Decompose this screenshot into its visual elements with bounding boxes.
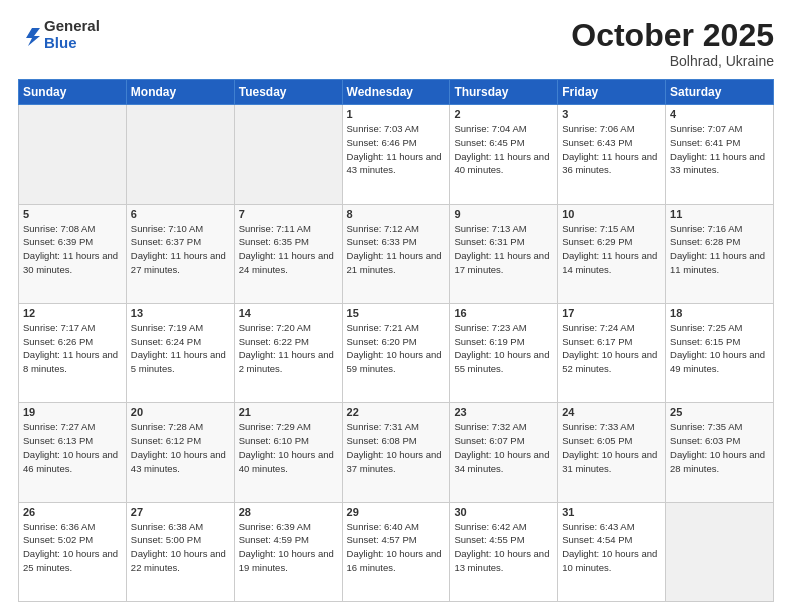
day-info: Sunrise: 7:10 AM Sunset: 6:37 PM Dayligh…	[131, 222, 230, 277]
day-info: Sunrise: 7:20 AM Sunset: 6:22 PM Dayligh…	[239, 321, 338, 376]
calendar-cell: 4Sunrise: 7:07 AM Sunset: 6:41 PM Daylig…	[666, 105, 774, 204]
logo-blue: Blue	[44, 35, 100, 52]
weekday-header-row: SundayMondayTuesdayWednesdayThursdayFrid…	[19, 80, 774, 105]
day-number: 27	[131, 506, 230, 518]
month-title: October 2025	[571, 18, 774, 53]
weekday-header-friday: Friday	[558, 80, 666, 105]
day-number: 28	[239, 506, 338, 518]
calendar-week-1: 1Sunrise: 7:03 AM Sunset: 6:46 PM Daylig…	[19, 105, 774, 204]
day-number: 2	[454, 108, 553, 120]
day-info: Sunrise: 7:21 AM Sunset: 6:20 PM Dayligh…	[347, 321, 446, 376]
day-number: 14	[239, 307, 338, 319]
calendar-cell	[234, 105, 342, 204]
day-info: Sunrise: 6:39 AM Sunset: 4:59 PM Dayligh…	[239, 520, 338, 575]
calendar-cell: 6Sunrise: 7:10 AM Sunset: 6:37 PM Daylig…	[126, 204, 234, 303]
calendar-cell: 24Sunrise: 7:33 AM Sunset: 6:05 PM Dayli…	[558, 403, 666, 502]
weekday-header-tuesday: Tuesday	[234, 80, 342, 105]
weekday-header-wednesday: Wednesday	[342, 80, 450, 105]
day-number: 11	[670, 208, 769, 220]
day-number: 7	[239, 208, 338, 220]
title-block: October 2025 Bolhrad, Ukraine	[571, 18, 774, 69]
day-info: Sunrise: 6:43 AM Sunset: 4:54 PM Dayligh…	[562, 520, 661, 575]
day-number: 19	[23, 406, 122, 418]
day-number: 4	[670, 108, 769, 120]
day-info: Sunrise: 6:36 AM Sunset: 5:02 PM Dayligh…	[23, 520, 122, 575]
calendar-cell: 2Sunrise: 7:04 AM Sunset: 6:45 PM Daylig…	[450, 105, 558, 204]
calendar-cell: 12Sunrise: 7:17 AM Sunset: 6:26 PM Dayli…	[19, 303, 127, 402]
day-number: 18	[670, 307, 769, 319]
calendar-cell: 1Sunrise: 7:03 AM Sunset: 6:46 PM Daylig…	[342, 105, 450, 204]
day-number: 1	[347, 108, 446, 120]
calendar-cell	[126, 105, 234, 204]
calendar-cell	[666, 502, 774, 601]
calendar-cell: 5Sunrise: 7:08 AM Sunset: 6:39 PM Daylig…	[19, 204, 127, 303]
day-info: Sunrise: 6:40 AM Sunset: 4:57 PM Dayligh…	[347, 520, 446, 575]
calendar-body: 1Sunrise: 7:03 AM Sunset: 6:46 PM Daylig…	[19, 105, 774, 602]
calendar-cell: 26Sunrise: 6:36 AM Sunset: 5:02 PM Dayli…	[19, 502, 127, 601]
calendar-week-5: 26Sunrise: 6:36 AM Sunset: 5:02 PM Dayli…	[19, 502, 774, 601]
day-info: Sunrise: 7:29 AM Sunset: 6:10 PM Dayligh…	[239, 420, 338, 475]
day-info: Sunrise: 7:04 AM Sunset: 6:45 PM Dayligh…	[454, 122, 553, 177]
day-number: 16	[454, 307, 553, 319]
logo-text: General Blue	[44, 18, 100, 51]
day-info: Sunrise: 6:38 AM Sunset: 5:00 PM Dayligh…	[131, 520, 230, 575]
logo-icon	[18, 24, 40, 46]
weekday-header-saturday: Saturday	[666, 80, 774, 105]
day-info: Sunrise: 7:24 AM Sunset: 6:17 PM Dayligh…	[562, 321, 661, 376]
day-info: Sunrise: 7:16 AM Sunset: 6:28 PM Dayligh…	[670, 222, 769, 277]
day-number: 8	[347, 208, 446, 220]
day-info: Sunrise: 7:19 AM Sunset: 6:24 PM Dayligh…	[131, 321, 230, 376]
day-number: 10	[562, 208, 661, 220]
day-info: Sunrise: 7:25 AM Sunset: 6:15 PM Dayligh…	[670, 321, 769, 376]
day-number: 26	[23, 506, 122, 518]
day-info: Sunrise: 7:27 AM Sunset: 6:13 PM Dayligh…	[23, 420, 122, 475]
subtitle: Bolhrad, Ukraine	[571, 53, 774, 69]
calendar-cell: 17Sunrise: 7:24 AM Sunset: 6:17 PM Dayli…	[558, 303, 666, 402]
day-info: Sunrise: 7:07 AM Sunset: 6:41 PM Dayligh…	[670, 122, 769, 177]
calendar-week-3: 12Sunrise: 7:17 AM Sunset: 6:26 PM Dayli…	[19, 303, 774, 402]
calendar-cell: 9Sunrise: 7:13 AM Sunset: 6:31 PM Daylig…	[450, 204, 558, 303]
calendar-cell: 10Sunrise: 7:15 AM Sunset: 6:29 PM Dayli…	[558, 204, 666, 303]
header: General Blue October 2025 Bolhrad, Ukrai…	[18, 18, 774, 69]
calendar-cell: 22Sunrise: 7:31 AM Sunset: 6:08 PM Dayli…	[342, 403, 450, 502]
day-number: 6	[131, 208, 230, 220]
day-info: Sunrise: 7:12 AM Sunset: 6:33 PM Dayligh…	[347, 222, 446, 277]
calendar-cell: 13Sunrise: 7:19 AM Sunset: 6:24 PM Dayli…	[126, 303, 234, 402]
calendar-cell: 23Sunrise: 7:32 AM Sunset: 6:07 PM Dayli…	[450, 403, 558, 502]
calendar-cell: 3Sunrise: 7:06 AM Sunset: 6:43 PM Daylig…	[558, 105, 666, 204]
weekday-header-thursday: Thursday	[450, 80, 558, 105]
calendar-cell: 27Sunrise: 6:38 AM Sunset: 5:00 PM Dayli…	[126, 502, 234, 601]
day-info: Sunrise: 7:06 AM Sunset: 6:43 PM Dayligh…	[562, 122, 661, 177]
day-number: 9	[454, 208, 553, 220]
day-info: Sunrise: 7:35 AM Sunset: 6:03 PM Dayligh…	[670, 420, 769, 475]
day-number: 22	[347, 406, 446, 418]
day-info: Sunrise: 7:31 AM Sunset: 6:08 PM Dayligh…	[347, 420, 446, 475]
calendar-cell: 14Sunrise: 7:20 AM Sunset: 6:22 PM Dayli…	[234, 303, 342, 402]
calendar-cell: 25Sunrise: 7:35 AM Sunset: 6:03 PM Dayli…	[666, 403, 774, 502]
day-info: Sunrise: 7:28 AM Sunset: 6:12 PM Dayligh…	[131, 420, 230, 475]
day-number: 24	[562, 406, 661, 418]
day-info: Sunrise: 7:23 AM Sunset: 6:19 PM Dayligh…	[454, 321, 553, 376]
calendar-cell: 19Sunrise: 7:27 AM Sunset: 6:13 PM Dayli…	[19, 403, 127, 502]
day-number: 17	[562, 307, 661, 319]
day-info: Sunrise: 7:11 AM Sunset: 6:35 PM Dayligh…	[239, 222, 338, 277]
calendar-cell: 7Sunrise: 7:11 AM Sunset: 6:35 PM Daylig…	[234, 204, 342, 303]
calendar-cell: 28Sunrise: 6:39 AM Sunset: 4:59 PM Dayli…	[234, 502, 342, 601]
day-number: 23	[454, 406, 553, 418]
svg-marker-0	[26, 28, 40, 46]
calendar-week-4: 19Sunrise: 7:27 AM Sunset: 6:13 PM Dayli…	[19, 403, 774, 502]
calendar-cell: 30Sunrise: 6:42 AM Sunset: 4:55 PM Dayli…	[450, 502, 558, 601]
day-info: Sunrise: 6:42 AM Sunset: 4:55 PM Dayligh…	[454, 520, 553, 575]
day-number: 20	[131, 406, 230, 418]
day-number: 12	[23, 307, 122, 319]
calendar-cell: 15Sunrise: 7:21 AM Sunset: 6:20 PM Dayli…	[342, 303, 450, 402]
calendar-cell	[19, 105, 127, 204]
calendar-week-2: 5Sunrise: 7:08 AM Sunset: 6:39 PM Daylig…	[19, 204, 774, 303]
day-number: 30	[454, 506, 553, 518]
logo: General Blue	[18, 18, 100, 51]
calendar-cell: 21Sunrise: 7:29 AM Sunset: 6:10 PM Dayli…	[234, 403, 342, 502]
day-number: 25	[670, 406, 769, 418]
weekday-header-sunday: Sunday	[19, 80, 127, 105]
day-info: Sunrise: 7:32 AM Sunset: 6:07 PM Dayligh…	[454, 420, 553, 475]
calendar-cell: 11Sunrise: 7:16 AM Sunset: 6:28 PM Dayli…	[666, 204, 774, 303]
